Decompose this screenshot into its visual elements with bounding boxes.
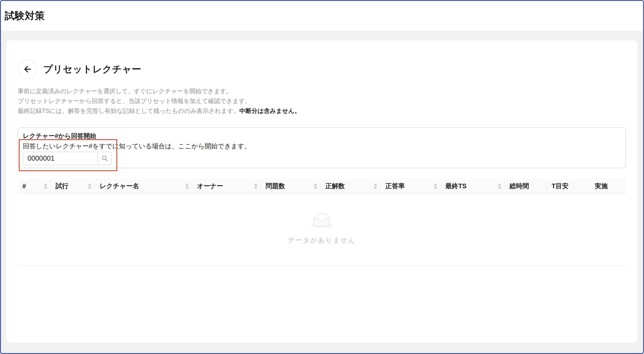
sorter-icon <box>374 184 377 189</box>
column-header-last-ts[interactable]: 最終TS <box>440 179 505 194</box>
app-window: 試験対策 プリセットレクチャー 事前に定義済みのレクチャーを選択して、すぐにレク… <box>0 0 644 354</box>
column-header-number[interactable]: # <box>18 179 51 194</box>
preset-lecture-table: # 試行 レクチャー名 オーナー <box>18 179 626 266</box>
lecture-number-search <box>23 152 112 165</box>
description-bold-note: 中断分は含みません。 <box>240 108 300 114</box>
search-icon <box>101 155 108 162</box>
content-area: プリセットレクチャー 事前に定義済みのレクチャーを選択して、すぐにレクチャーを開… <box>1 31 643 353</box>
start-by-number-box: レクチャー#から回答開始 回答したいレクチャー#をすでに知っている場合は、ここか… <box>18 127 626 168</box>
panel-title: プリセットレクチャー <box>43 63 142 76</box>
lecture-number-input[interactable] <box>23 152 98 165</box>
column-header-execute: 実施 <box>590 179 626 194</box>
description-line-2: プリセットレクチャーから回答すると、当該プリセット情報を加えて確認できます。 <box>18 96 626 106</box>
preset-lecture-card: プリセットレクチャー 事前に定義済みのレクチャーを選択して、すぐにレクチャーを開… <box>6 40 637 342</box>
empty-state-text: データがありません <box>288 236 356 245</box>
sorter-icon <box>88 184 92 189</box>
column-header-correct-count[interactable]: 正解数 <box>321 179 381 194</box>
column-header-total-time: 総時間 <box>505 179 547 194</box>
sorter-icon <box>434 184 437 189</box>
column-header-trial[interactable]: 試行 <box>51 179 95 194</box>
panel-header: プリセットレクチャー <box>18 59 626 79</box>
column-header-owner[interactable]: オーナー <box>192 179 261 194</box>
panel-description: 事前に定義済みのレクチャーを選択して、すぐにレクチャーを開始できます。 プリセッ… <box>18 86 626 116</box>
description-line-3: 最終記録TSには、解答を完答し有効な記録として残ったもののみ表示されます。中断分… <box>18 106 626 116</box>
table-header-row: # 試行 レクチャー名 オーナー <box>18 179 626 194</box>
start-box-hint: 回答したいレクチャー#をすでに知っている場合は、ここから開始できます。 <box>23 142 621 150</box>
sorter-icon <box>498 184 502 189</box>
empty-state: データがありません <box>18 194 626 265</box>
description-line-1: 事前に定義済みのレクチャーを選択して、すぐにレクチャーを開始できます。 <box>18 86 626 96</box>
sorter-icon <box>44 184 48 189</box>
empty-inbox-icon <box>310 214 333 228</box>
column-header-lecture-name[interactable]: レクチャー名 <box>95 179 192 194</box>
back-button[interactable] <box>18 59 37 79</box>
sorter-icon <box>314 184 317 189</box>
page-title: 試験対策 <box>5 9 45 22</box>
start-box-title: レクチャー#から回答開始 <box>23 132 621 140</box>
column-header-question-count[interactable]: 問題数 <box>261 179 321 194</box>
search-button[interactable] <box>98 152 112 165</box>
empty-row: データがありません <box>18 194 626 266</box>
arrow-left-icon <box>22 64 32 74</box>
column-header-accuracy[interactable]: 正答率 <box>381 179 440 194</box>
top-bar: 試験対策 <box>1 1 643 31</box>
sorter-icon <box>185 184 189 189</box>
sorter-icon <box>254 184 258 189</box>
column-header-t-estimate: T目安 <box>547 179 590 194</box>
